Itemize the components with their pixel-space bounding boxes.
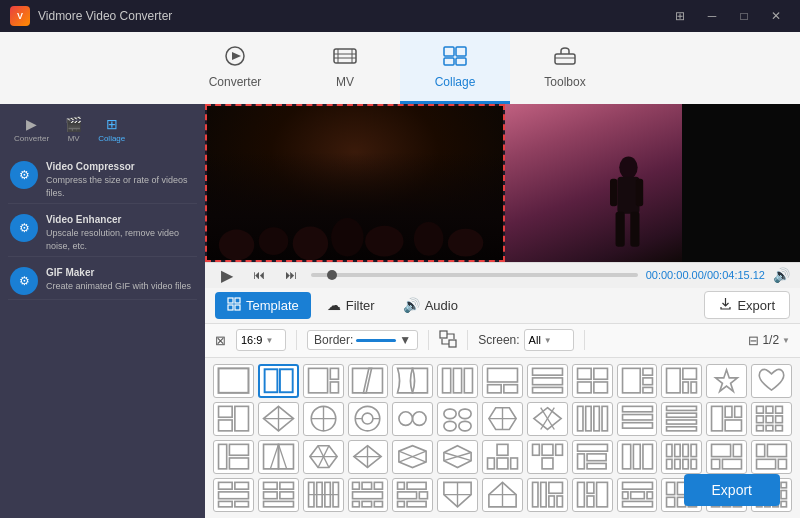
progress-knob[interactable] (327, 270, 337, 280)
template-13[interactable] (751, 364, 792, 398)
template-r4-8[interactable] (527, 478, 568, 512)
template-4[interactable] (348, 364, 389, 398)
template-r3-11[interactable] (661, 440, 702, 474)
svg-rect-18 (636, 179, 643, 207)
left-converter-icon: ▶ (26, 116, 37, 132)
template-r3-1[interactable] (213, 440, 254, 474)
screen-dropdown[interactable]: All ▼ (524, 329, 574, 351)
template-r2-5[interactable] (392, 402, 433, 436)
template-r3-12[interactable] (706, 440, 747, 474)
swap-icon[interactable] (439, 330, 457, 351)
template-r3-13[interactable] (751, 440, 792, 474)
tab-template[interactable]: Template (215, 292, 311, 319)
template-r3-3[interactable] (303, 440, 344, 474)
svg-rect-26 (449, 340, 456, 347)
svg-rect-28 (264, 369, 277, 392)
template-r3-10[interactable] (617, 440, 658, 474)
svg-rect-174 (407, 483, 426, 490)
template-11[interactable] (661, 364, 702, 398)
template-r4-3[interactable] (303, 478, 344, 512)
export-bar-button[interactable]: Export (704, 291, 790, 319)
tab-mv[interactable]: MV (290, 32, 400, 104)
svg-rect-38 (488, 369, 518, 383)
maximize-button[interactable]: □ (730, 6, 758, 26)
video-left[interactable]: ⊞ (205, 104, 505, 262)
left-tab-collage[interactable]: ⊞ Collage (92, 112, 131, 147)
template-9[interactable] (572, 364, 613, 398)
play-button[interactable]: ▶ (215, 263, 239, 287)
template-r4-5[interactable] (392, 478, 433, 512)
svg-rect-146 (723, 460, 742, 470)
settings-button[interactable]: ⊞ (666, 6, 694, 26)
gif-icon: ⚙ (10, 267, 38, 295)
svg-rect-21 (228, 298, 233, 303)
export-main-button[interactable]: Export (684, 474, 780, 506)
svg-rect-29 (280, 369, 293, 392)
prev-button[interactable]: ⏮ (247, 263, 271, 287)
template-r2-4[interactable] (348, 402, 389, 436)
gif-title: GIF Maker (46, 267, 191, 278)
tab-converter[interactable]: Converter (180, 32, 290, 104)
template-r2-9[interactable] (572, 402, 613, 436)
left-tab-mv[interactable]: 🎬 MV (59, 112, 88, 147)
enhancer-title: Video Enhancer (46, 214, 195, 225)
template-6[interactable] (437, 364, 478, 398)
tab-toolbox[interactable]: Toolbox (510, 32, 620, 104)
template-r4-9[interactable] (572, 478, 613, 512)
tab-collage[interactable]: Collage (400, 32, 510, 104)
template-10[interactable] (617, 364, 658, 398)
volume-icon[interactable]: 🔊 (773, 267, 790, 283)
template-8[interactable] (527, 364, 568, 398)
template-r4-4[interactable] (348, 478, 389, 512)
template-r4-2[interactable] (258, 478, 299, 512)
progress-bar[interactable] (311, 273, 638, 277)
template-r2-1[interactable] (213, 402, 254, 436)
template-r2-2[interactable] (258, 402, 299, 436)
template-r3-4[interactable] (348, 440, 389, 474)
template-3[interactable] (303, 364, 344, 398)
minimize-button[interactable]: ─ (698, 6, 726, 26)
svg-rect-55 (691, 382, 696, 393)
template-r2-3[interactable] (303, 402, 344, 436)
template-r2-7[interactable] (482, 402, 523, 436)
titlebar: V Vidmore Video Converter ⊞ ─ □ ✕ (0, 0, 800, 32)
close-button[interactable]: ✕ (762, 6, 790, 26)
svg-rect-91 (725, 407, 732, 418)
template-r4-6[interactable] (437, 478, 478, 512)
video-right[interactable] (505, 104, 801, 262)
template-r2-13[interactable] (751, 402, 792, 436)
svg-rect-79 (577, 407, 582, 431)
left-tab-converter[interactable]: ▶ Converter (8, 112, 55, 147)
template-r2-8[interactable] (527, 402, 568, 436)
tab-filter[interactable]: ☁ Filter (315, 292, 387, 318)
template-r3-5[interactable] (392, 440, 433, 474)
svg-rect-150 (778, 460, 786, 470)
template-r3-9[interactable] (572, 440, 613, 474)
next-button[interactable]: ⏭ (279, 263, 303, 287)
ratio-select[interactable]: 16:9 ▼ (236, 329, 286, 351)
template-r4-10[interactable] (617, 478, 658, 512)
svg-rect-136 (675, 445, 680, 457)
template-r4-7[interactable] (482, 478, 523, 512)
svg-rect-176 (420, 492, 428, 499)
svg-rect-143 (712, 445, 731, 457)
template-r2-11[interactable] (661, 402, 702, 436)
template-r2-12[interactable] (706, 402, 747, 436)
template-r2-10[interactable] (617, 402, 658, 436)
template-r4-1[interactable] (213, 478, 254, 512)
svg-rect-89 (667, 427, 697, 431)
template-12[interactable] (706, 364, 747, 398)
template-r3-7[interactable] (482, 440, 523, 474)
template-r2-6[interactable] (437, 402, 478, 436)
svg-rect-7 (555, 54, 575, 64)
svg-rect-85 (622, 423, 652, 428)
template-2[interactable] (258, 364, 299, 398)
template-r3-2[interactable] (258, 440, 299, 474)
template-r3-8[interactable] (527, 440, 568, 474)
template-7[interactable] (482, 364, 523, 398)
border-control[interactable]: Border: ▼ (307, 330, 418, 350)
template-1[interactable] (213, 364, 254, 398)
template-r3-6[interactable] (437, 440, 478, 474)
tab-audio[interactable]: 🔊 Audio (391, 292, 470, 318)
template-5[interactable] (392, 364, 433, 398)
